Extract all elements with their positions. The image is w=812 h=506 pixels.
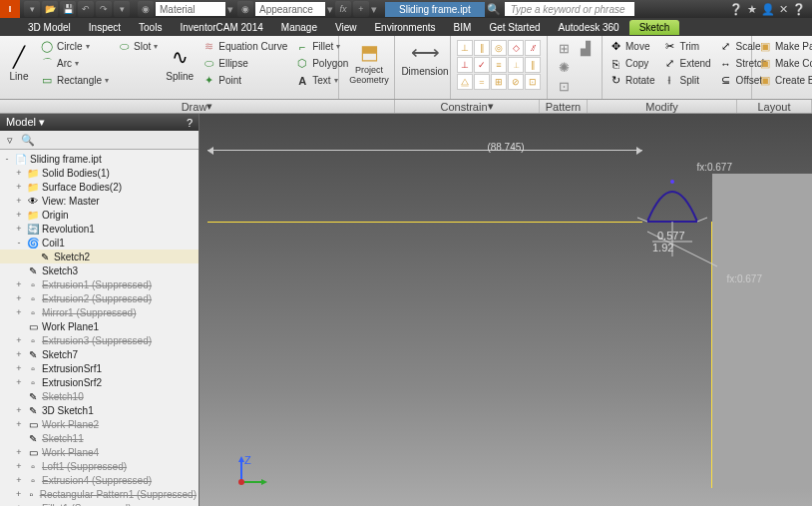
copy-button[interactable]: ⎘Copy	[607, 55, 656, 72]
help2-icon[interactable]: ❔	[792, 3, 806, 16]
tree-item[interactable]: +▫ExtrusionSrf2	[0, 375, 199, 389]
doc-search-icon[interactable]: 🔍	[487, 3, 501, 16]
makepart-button[interactable]: ▣Make Part	[756, 38, 812, 55]
line-button[interactable]: ╱ Line	[4, 38, 34, 89]
createblock-button[interactable]: ▣Create Block	[756, 72, 812, 89]
material-selector[interactable]: ◉ Material ▾	[138, 1, 233, 17]
rectangle-button[interactable]: ▭Rectangle ▾	[38, 72, 111, 89]
exchange-icon[interactable]: ✕	[779, 3, 788, 16]
tree-item[interactable]: +▫Extrusion4 (Suppressed)	[0, 473, 199, 487]
project-geometry-button[interactable]: ⬒ Project Geometry	[343, 38, 395, 88]
tree-item[interactable]: +▫Loft1 (Suppressed)	[0, 459, 199, 473]
tree-item[interactable]: +▫Rectangular Pattern1 (Suppressed)	[0, 487, 199, 501]
constrain-vert-icon[interactable]: ≡	[491, 57, 507, 73]
signin-icon[interactable]: 👤	[761, 3, 775, 16]
constrain-show-icon[interactable]: ⊞	[491, 74, 507, 90]
search-tree-icon[interactable]: 🔍	[20, 133, 36, 147]
constrain-hide-icon[interactable]: ⊘	[508, 74, 524, 90]
spline-button[interactable]: ∿ Spline	[164, 38, 196, 89]
eqcurve-button[interactable]: ≋Equation Curve	[200, 38, 289, 55]
tree-item[interactable]: -📄Sliding frame.ipt	[0, 152, 199, 166]
tree-item[interactable]: -🌀Coil1	[0, 236, 199, 250]
material-field[interactable]: Material	[156, 2, 225, 16]
tab-inventorcam[interactable]: InventorCAM 2014	[172, 20, 270, 35]
move-button[interactable]: ✥Move	[607, 38, 656, 55]
tree-item[interactable]: ✎Sketch3	[0, 263, 199, 277]
tree-item[interactable]: +📁Origin	[0, 208, 199, 222]
search-input[interactable]: Type a keyword or phrase	[505, 2, 634, 16]
constrain-coincident-icon[interactable]: ⊥	[457, 40, 473, 56]
dimension-button[interactable]: ⟷ Dimension	[399, 38, 451, 79]
constrain-perp-icon[interactable]: ⊥	[457, 57, 473, 73]
constrain-sym-icon[interactable]: ⧋	[457, 74, 473, 90]
qat-open-icon[interactable]: 📂	[42, 1, 58, 17]
constrain-auto-icon[interactable]: ⊡	[525, 74, 541, 90]
tree-item[interactable]: +▫Mirror1 (Suppressed)	[0, 305, 199, 319]
tree-item[interactable]: +👁View: Master	[0, 194, 199, 208]
tree-item[interactable]: +📁Solid Bodies(1)	[0, 166, 199, 180]
circle-button[interactable]: ◯Circle ▾	[38, 38, 111, 55]
rect-pattern-icon[interactable]: ⊞	[554, 40, 574, 57]
tree-item[interactable]: +✎Sketch7	[0, 347, 199, 361]
slot-button[interactable]: ⬭Slot ▾	[115, 38, 160, 55]
qat-redo-icon[interactable]: ↷	[96, 1, 112, 17]
qat-save-icon[interactable]: 💾	[60, 1, 76, 17]
tree-item[interactable]: ✎Sketch11	[0, 431, 199, 445]
qat-dd-icon[interactable]: ▾	[114, 1, 130, 17]
dimension-line[interactable]	[207, 150, 642, 160]
qat-new-icon[interactable]: ▾	[24, 1, 40, 17]
tree-item[interactable]: ✎Sketch10	[0, 389, 199, 403]
tab-bim[interactable]: BIM	[446, 20, 480, 35]
constrain-collinear-icon[interactable]: ∥	[474, 40, 490, 56]
tab-tools[interactable]: Tools	[131, 20, 170, 35]
tree-item[interactable]: +▫Fillet1 (Suppressed)	[0, 501, 199, 506]
constrain-horiz-icon[interactable]: ✓	[474, 57, 490, 73]
split-button[interactable]: ⫲Split	[660, 72, 712, 89]
document-tab[interactable]: Sliding frame.ipt	[385, 2, 485, 17]
trim-button[interactable]: ✂Trim	[660, 38, 712, 55]
tab-inspect[interactable]: Inspect	[81, 20, 129, 35]
tree-item[interactable]: ▭Work Plane1	[0, 319, 199, 333]
browser-header[interactable]: Model ▾ ?	[0, 114, 199, 131]
qat-undo-icon[interactable]: ↶	[78, 1, 94, 17]
tree-item[interactable]: +✎3D Sketch1	[0, 403, 199, 417]
appearance-field[interactable]: Appearance	[255, 2, 325, 16]
makecomp-button[interactable]: ▣Make Compon	[756, 55, 812, 72]
tree-item[interactable]: +▫Extrusion3 (Suppressed)	[0, 333, 199, 347]
star-icon[interactable]: ★	[747, 3, 757, 16]
appearance-selector[interactable]: ◉ Appearance ▾ fx + ▾	[237, 1, 377, 17]
constrain-smooth-icon[interactable]: ∥	[525, 57, 541, 73]
mirror-icon[interactable]: ▟	[576, 40, 596, 57]
ellipse-button[interactable]: ⬭Ellipse	[200, 55, 289, 72]
fx-label-2[interactable]: fx:0.677	[726, 273, 762, 284]
constrain-fix-icon[interactable]: ◇	[508, 40, 524, 56]
model-tree[interactable]: -📄Sliding frame.ipt+📁Solid Bodies(1)+📁Su…	[0, 150, 199, 506]
extend-button[interactable]: ⤢Extend	[660, 55, 712, 72]
tab-3dmodel[interactable]: 3D Model	[20, 20, 79, 35]
tab-a360[interactable]: Autodesk 360	[551, 20, 627, 35]
tab-environments[interactable]: Environments	[366, 20, 443, 35]
tree-item[interactable]: +▫Extrusion1 (Suppressed)	[0, 277, 199, 291]
sketch-canvas[interactable]: (88.745) fx:0.677 fx:0.677 0.577 1.92	[200, 114, 812, 506]
tab-view[interactable]: View	[327, 20, 365, 35]
view-triad[interactable]: Z	[229, 454, 269, 494]
help-icon[interactable]: ❔	[729, 3, 743, 16]
sketch-geometry[interactable]: 0.577 1.92	[637, 172, 707, 271]
constrain-equal-icon[interactable]: =	[474, 74, 490, 90]
tab-sketch[interactable]: Sketch	[629, 20, 680, 35]
constrain-tangent-icon[interactable]: ⟂	[508, 57, 524, 73]
circ-pattern-icon[interactable]: ✺	[554, 59, 574, 76]
app-icon[interactable]: I	[0, 0, 20, 18]
filter-icon[interactable]: ▿	[2, 133, 18, 147]
tree-item[interactable]: ✎Sketch2	[0, 250, 199, 263]
fx-icon[interactable]: fx	[335, 1, 351, 17]
point-button[interactable]: ✦Point	[200, 72, 289, 89]
tree-item[interactable]: +▫Extrusion2 (Suppressed)	[0, 291, 199, 305]
tree-item[interactable]: +▭Work Plane2	[0, 417, 199, 431]
constrain-parallel-icon[interactable]: ⫽	[525, 40, 541, 56]
tree-item[interactable]: +📁Surface Bodies(2)	[0, 180, 199, 194]
browser-help-icon[interactable]: ?	[187, 117, 193, 129]
tab-manage[interactable]: Manage	[273, 20, 325, 35]
constrain-concentric-icon[interactable]: ◎	[491, 40, 507, 56]
plus-icon[interactable]: +	[353, 1, 369, 17]
